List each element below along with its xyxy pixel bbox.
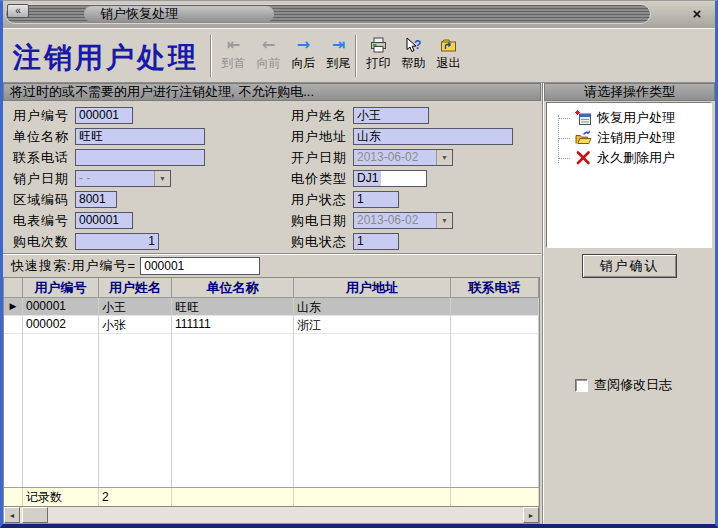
- purchase-date-label: 购电日期: [291, 212, 349, 230]
- column-header[interactable]: 单位名称: [172, 278, 294, 298]
- toolbar-separator: [355, 35, 357, 77]
- meter-id-field[interactable]: 000001: [75, 212, 133, 229]
- quick-search-bar: 快速搜索:用户编号=: [3, 253, 541, 277]
- tree-item-label: 恢复用户处理: [597, 109, 675, 127]
- table-cell: 小王: [99, 298, 172, 316]
- column-header[interactable]: 联系电话: [451, 278, 539, 298]
- empty-cell: [294, 334, 451, 487]
- user-id-field[interactable]: 000001: [75, 107, 133, 124]
- arrow-prev-icon: ←: [262, 35, 275, 55]
- tree-item-3[interactable]: 永久删除用户: [553, 148, 711, 168]
- close-account-confirm-button[interactable]: 销户确认: [582, 254, 677, 278]
- table-cell: [451, 316, 539, 334]
- titlebar-band: 销户恢复处理: [5, 4, 651, 24]
- table-cell: 浙江: [294, 316, 451, 334]
- log-checkbox[interactable]: [575, 379, 588, 392]
- scrollbar-track[interactable]: [48, 507, 523, 523]
- nav-next-button-label: 向后: [292, 55, 316, 71]
- help-icon: ?: [405, 37, 422, 55]
- scroll-left-icon[interactable]: ◄: [4, 507, 20, 523]
- print-button[interactable]: 打印: [361, 35, 396, 77]
- user-id-label: 用户编号: [13, 107, 71, 125]
- price-type-field[interactable]: DJ1: [353, 170, 427, 187]
- footer-cell: [451, 488, 539, 506]
- column-header[interactable]: 用户地址: [294, 278, 451, 298]
- region-code-field[interactable]: 8001: [75, 191, 117, 208]
- app-window: 销户恢复处理 « × 注销用户处理 ⇤到首←向前→向后⇥到尾 打印?帮助退出 将…: [0, 0, 718, 528]
- svg-text:?: ?: [414, 38, 421, 52]
- row-marker-icon: ▶: [4, 298, 23, 316]
- footer-cell: [172, 488, 294, 506]
- delete-user-icon: [575, 150, 592, 166]
- user-address-field[interactable]: 山东: [353, 128, 513, 145]
- chevron-down-icon[interactable]: ▼: [436, 213, 452, 228]
- form-left-column: 用户编号000001单位名称旺旺联系电话销户日期- -▼区域编码8001电表编号…: [3, 105, 205, 252]
- user-name-label: 用户姓名: [291, 107, 349, 125]
- help-button[interactable]: ?帮助: [396, 35, 431, 77]
- contact-phone-label: 联系电话: [13, 149, 71, 167]
- table-empty-area: [4, 334, 539, 487]
- scrollbar-thumb[interactable]: [22, 507, 48, 523]
- nav-first-button-label: 到首: [222, 55, 246, 71]
- nav-next-button[interactable]: →向后: [286, 35, 321, 77]
- row-marker-icon: [4, 316, 23, 334]
- purchase-count-label: 购电次数: [13, 233, 71, 251]
- chevron-down-icon[interactable]: ▼: [436, 150, 452, 165]
- user-name-field[interactable]: 小王: [353, 107, 429, 124]
- empty-cell: [23, 334, 99, 487]
- unit-name-label: 单位名称: [13, 128, 71, 146]
- arrow-first-icon: ⇤: [227, 35, 240, 55]
- empty-cell: [99, 334, 172, 487]
- empty-cell: [451, 334, 539, 487]
- table-cell: 小张: [99, 316, 172, 334]
- record-count-value: 2: [99, 488, 172, 506]
- toolbar: 注销用户处理 ⇤到首←向前→向后⇥到尾 打印?帮助退出: [3, 28, 715, 83]
- table-footer-row: 记录数2: [4, 487, 539, 506]
- tree-item-label: 注销用户处理: [597, 129, 675, 147]
- table-row[interactable]: 000002小张111111浙江: [4, 316, 539, 334]
- exit-button[interactable]: 退出: [431, 35, 466, 77]
- open-date-label: 开户日期: [291, 149, 349, 167]
- user-status-field[interactable]: 1: [353, 191, 399, 208]
- table-row[interactable]: ▶000001小王旺旺山东: [4, 298, 539, 316]
- tree-item-2[interactable]: 注销用户处理: [553, 128, 711, 148]
- purchase-count-field[interactable]: 1: [75, 233, 159, 250]
- exit-button-label: 退出: [437, 55, 461, 71]
- printer-icon: [370, 37, 387, 55]
- column-header[interactable]: 用户姓名: [99, 278, 172, 298]
- nav-last-button[interactable]: ⇥到尾: [321, 35, 356, 77]
- purchase-status-field[interactable]: 1: [353, 233, 399, 250]
- user-address-label: 用户地址: [291, 128, 349, 146]
- column-header[interactable]: 用户编号: [23, 278, 99, 298]
- empty-cell: [4, 334, 23, 487]
- chevron-down-icon[interactable]: ▼: [154, 171, 170, 186]
- form-right-column: 用户姓名小王用户地址山东开户日期2013-06-02▼电价类型DJ1用户状态1购…: [281, 105, 513, 252]
- close-icon[interactable]: ×: [688, 6, 706, 22]
- user-table: 用户编号用户姓名单位名称用户地址联系电话▶000001小王旺旺山东000002小…: [3, 277, 540, 507]
- open-date-field[interactable]: 2013-06-02▼: [353, 149, 453, 166]
- price-type-label: 电价类型: [291, 170, 349, 188]
- footer-cell: [4, 488, 23, 506]
- window-title: 销户恢复处理: [84, 6, 274, 22]
- user-detail-form: 用户编号000001单位名称旺旺联系电话销户日期- -▼区域编码8001电表编号…: [3, 101, 541, 253]
- contact-phone-field[interactable]: [75, 149, 205, 166]
- tree-item-1[interactable]: 恢复用户处理: [553, 108, 711, 128]
- purchase-date-field[interactable]: 2013-06-02▼: [353, 212, 453, 229]
- nav-prev-button[interactable]: ←向前: [251, 35, 286, 77]
- horizontal-scrollbar[interactable]: ◄ ►: [3, 507, 540, 524]
- window-menu-icon[interactable]: «: [7, 4, 29, 18]
- toolbar-separator: [210, 35, 212, 77]
- close-date-field[interactable]: - -▼: [75, 170, 171, 187]
- meter-id-label: 电表编号: [13, 212, 71, 230]
- print-button-label: 打印: [367, 55, 391, 71]
- exit-icon: [440, 37, 457, 55]
- unit-name-field[interactable]: 旺旺: [75, 128, 205, 145]
- toolbar-action-buttons: 打印?帮助退出: [361, 35, 466, 77]
- main-panel: 将过时的或不需要的用户进行注销处理, 不允许购电... 用户编号000001单位…: [3, 83, 541, 524]
- search-input[interactable]: [140, 257, 260, 275]
- table-cell: [451, 298, 539, 316]
- nav-first-button[interactable]: ⇤到首: [216, 35, 251, 77]
- deregister-user-icon: [575, 130, 592, 146]
- scroll-right-icon[interactable]: ►: [523, 507, 539, 523]
- table-cell: 山东: [294, 298, 451, 316]
